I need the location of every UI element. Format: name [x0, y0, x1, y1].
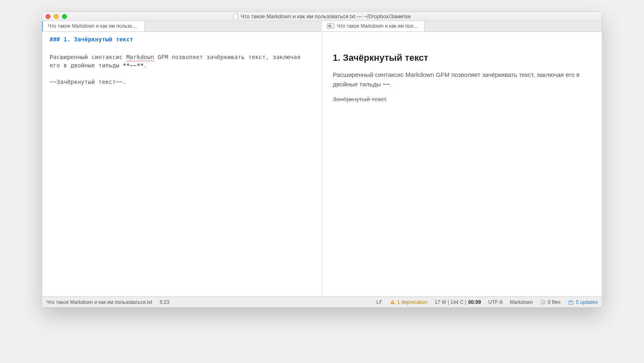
svg-rect-1 — [392, 303, 393, 303]
status-updates[interactable]: 5 updates — [568, 299, 598, 305]
split-panes: ### 1. Зачёркнутый текст Расширенный син… — [42, 32, 602, 296]
status-deprecation-text: 1 deprecation — [397, 299, 427, 305]
editor-heading: ### 1. Зачёркнутый текст — [50, 35, 314, 43]
preview-pane[interactable]: 1. Зачёркнутый текст Расширенный синтакс… — [322, 32, 602, 296]
window-close-button[interactable] — [45, 14, 50, 19]
left-tab-region: Что такое Markdown и как им пользоват… — [42, 21, 322, 31]
status-filename[interactable]: Что такое Markdown и как им пользоваться… — [46, 299, 152, 305]
window-title-text: Что такое Markdown и как им пользоваться… — [241, 13, 411, 19]
preview-para1-end: . — [390, 81, 391, 88]
tab-empty-area-left[interactable] — [145, 21, 322, 31]
window-minimize-button[interactable] — [54, 14, 59, 19]
warning-icon — [390, 299, 395, 305]
svg-rect-0 — [392, 301, 393, 303]
right-tab-region: M↓ Что такое Markdown и как им пользова — [322, 21, 602, 31]
tab-empty-area-right[interactable] — [425, 21, 602, 31]
updates-icon — [568, 299, 574, 305]
preview-strike-line: Зачёркнутый текст. — [333, 95, 591, 104]
titlebar[interactable]: Что такое Markdown и как им пользоваться… — [42, 12, 602, 21]
statusbar: Что такое Markdown и как им пользоваться… — [42, 296, 602, 307]
status-line-ending[interactable]: LF — [377, 299, 382, 305]
window-maximize-button[interactable] — [62, 14, 67, 19]
preview-heading: 1. Зачёркнутый текст — [333, 51, 591, 64]
preview-strikethrough: Зачёркнутый текст — [333, 96, 386, 103]
preview-paragraph: Расширенный синтаксис Markdown GFM позво… — [333, 70, 591, 89]
tabbar: Что такое Markdown и как им пользоват… M… — [42, 21, 602, 32]
tab-source[interactable]: Что такое Markdown и как им пользоват… — [42, 21, 145, 31]
status-stats-prefix: 17 W | 144 C | — [435, 299, 466, 305]
tab-preview-label: Что такое Markdown и как им пользова — [337, 23, 419, 29]
editor-para1-end: . — [144, 62, 147, 69]
status-deprecation[interactable]: 1 deprecation — [390, 299, 427, 305]
document-icon — [233, 13, 239, 19]
status-language-mode[interactable]: Markdown — [510, 299, 533, 305]
editor-line2: ~~Зачёркнутый текст~~. — [50, 79, 126, 85]
status-encoding[interactable]: UTF-8 — [489, 299, 503, 305]
editor-para1-part1: Расширенный синтаксис — [50, 54, 126, 60]
editor-pane[interactable]: ### 1. Зачёркнутый текст Расширенный син… — [42, 32, 322, 296]
traffic-lights — [45, 14, 67, 19]
preview-para1-part1: Расширенный синтаксис Markdown GFM позво… — [333, 71, 580, 88]
svg-rect-2 — [541, 300, 544, 303]
editor-spell-word: Markdown — [126, 54, 154, 60]
files-icon — [540, 299, 546, 305]
status-updates-text: 5 updates — [576, 299, 598, 305]
tab-source-label: Что такое Markdown и как им пользоват… — [48, 23, 139, 29]
window-title: Что такое Markdown и как им пользоваться… — [45, 13, 599, 19]
status-files-text: 0 files — [548, 299, 561, 305]
markdown-preview-icon: M↓ — [327, 24, 334, 29]
app-window: Что такое Markdown и как им пользоваться… — [42, 12, 602, 308]
preview-tilde-bold: ~~ — [382, 81, 390, 88]
status-cursor-position[interactable]: 5:23 — [160, 299, 169, 305]
status-stats-time: 00:09 — [468, 299, 481, 305]
status-word-count[interactable]: 17 W | 144 C | 00:09 — [435, 299, 481, 305]
preview-strike-tail: . — [386, 96, 388, 103]
editor-tilde-marks: **~~** — [123, 62, 144, 69]
tab-preview[interactable]: M↓ Что такое Markdown и как им пользова — [322, 21, 425, 31]
status-files[interactable]: 0 files — [540, 299, 561, 305]
